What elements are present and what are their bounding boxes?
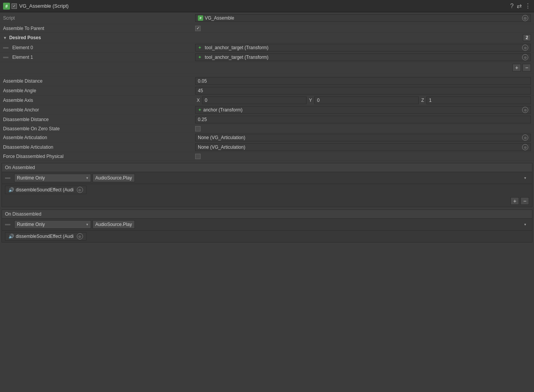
disassemble-articulation-target-btn[interactable]: ◎ (522, 144, 528, 150)
assemble-axis-value: X Y Z (195, 96, 531, 104)
on-disassembled-runtime-select[interactable]: Runtime Only (14, 220, 91, 229)
axis-x-label: X (195, 98, 201, 103)
on-assembled-remove-button[interactable]: − (521, 197, 529, 205)
disassemble-on-zero-state-checkbox[interactable] (195, 126, 201, 131)
element-0-value: tool_anchor_target (Transform) ◎ (195, 44, 531, 51)
on-disassembled-header: On Disassembled (2, 210, 532, 219)
title-bar-title: VG_Assemble (Script) (19, 3, 508, 9)
on-assembled-header: On Assembled (2, 163, 532, 172)
audio-icon-disassembled: 🔊 (8, 234, 14, 239)
assemble-articulation-row: Assemble Articulation None (VG_Articulat… (0, 133, 534, 143)
assemble-articulation-target-btn[interactable]: ◎ (522, 135, 528, 141)
title-bar-icons: # ✓ (3, 3, 17, 10)
assemble-distance-row: Assemble Distance (0, 76, 534, 86)
on-assembled-runtime-select[interactable]: Runtime Only (14, 174, 91, 182)
assemble-articulation-field: None (VG_Articulation) ◎ (195, 134, 531, 141)
disassemble-distance-row: Disassemble Distance (0, 115, 534, 125)
on-assembled-sound-text: dissembleSoundEffect (Audi (16, 187, 74, 193)
element-0-row: Element 0 tool_anchor_target (Transform)… (0, 43, 534, 53)
assemble-angle-input[interactable] (195, 87, 531, 95)
assemble-anchor-target-btn[interactable]: ◎ (522, 107, 528, 113)
script-row: Script # VG_Assemble ◎ (0, 12, 534, 24)
on-assembled-drag-handle[interactable] (5, 178, 10, 179)
assemble-anchor-text: anchor (Transform) (203, 107, 242, 113)
disassemble-distance-input[interactable] (195, 116, 531, 123)
element-1-drag-handle[interactable] (3, 57, 8, 58)
force-disassembled-physical-row: Force Disassembled Physical (0, 152, 534, 161)
assemble-angle-value (195, 87, 531, 95)
layers-icon[interactable]: ⇄ (517, 2, 522, 10)
on-disassembled-event-row: Runtime Only AudioSource.Play (2, 219, 532, 231)
desired-poses-label: Desired Poses (9, 35, 41, 40)
on-disassembled-function-wrapper: AudioSource.Play (93, 220, 529, 229)
on-assembled-add-button[interactable]: + (511, 197, 519, 205)
hash-icon: # (3, 3, 10, 10)
assemble-anchor-row: Assemble Anchor ✦ anchor (Transform) ◎ (0, 105, 534, 115)
assemble-to-parent-checkbox[interactable]: ✓ (195, 26, 201, 31)
on-disassembled-sound-target-btn[interactable]: ◎ (77, 233, 83, 239)
on-disassembled-label: On Disassembled (5, 211, 41, 217)
axis-y-label: Y (307, 98, 313, 103)
desired-poses-count: 2 (523, 34, 531, 41)
add-element-button[interactable]: + (512, 64, 521, 71)
disassemble-on-zero-state-label: Disassemble On Zero State (3, 126, 195, 131)
disassemble-articulation-row: Disassemble Articulation None (VG_Articu… (0, 143, 534, 152)
assemble-distance-input[interactable] (195, 77, 531, 85)
audio-icon-assembled: 🔊 (8, 187, 14, 193)
script-target-circle[interactable]: ◎ (522, 15, 528, 21)
disassemble-articulation-value: None (VG_Articulation) ◎ (195, 143, 531, 151)
on-disassembled-sound-text: dissembleSoundEffect (Audi (16, 234, 74, 239)
on-disassembled-runtime-wrapper: Runtime Only (14, 220, 91, 229)
title-checkbox[interactable]: ✓ (12, 3, 17, 9)
title-bar: # ✓ VG_Assemble (Script) ? ⇄ ⋮ (0, 0, 534, 12)
assemble-articulation-value: None (VG_Articulation) ◎ (195, 134, 531, 141)
assemble-to-parent-value: ✓ (195, 26, 531, 31)
disassemble-articulation-text: None (VG_Articulation) (198, 145, 245, 150)
force-disassembled-physical-checkbox[interactable] (195, 154, 201, 159)
force-disassembled-physical-value (195, 154, 531, 159)
on-assembled-add-remove-row: + − (2, 196, 532, 207)
axis-z-input[interactable] (426, 96, 531, 104)
on-assembled-function-select[interactable]: AudioSource.Play (93, 174, 135, 182)
disassemble-distance-value (195, 116, 531, 123)
disassemble-on-zero-state-row: Disassemble On Zero State (0, 125, 534, 133)
assemble-anchor-value: ✦ anchor (Transform) ◎ (195, 106, 531, 114)
element-1-transform-icon (198, 55, 203, 60)
add-remove-row: + − (0, 62, 534, 73)
on-assembled-runtime-wrapper: Runtime Only (14, 174, 91, 182)
element-0-transform-icon (198, 45, 203, 50)
help-icon[interactable]: ? (510, 3, 514, 10)
desired-poses-header[interactable]: ▼ Desired Poses 2 (0, 33, 534, 43)
on-assembled-function-wrapper: AudioSource.Play (93, 174, 529, 182)
axis-z-label: Z (420, 98, 425, 103)
axis-y-input[interactable] (314, 96, 419, 104)
axis-x-input[interactable] (202, 96, 307, 104)
assemble-angle-label: Assemble Angle (3, 88, 195, 93)
element-1-label: Element 1 (11, 55, 195, 60)
on-disassembled-sound-row: 🔊 dissembleSoundEffect (Audi ◎ (2, 231, 532, 242)
disassemble-on-zero-state-value (195, 126, 531, 131)
element-0-target-btn[interactable]: ◎ (522, 45, 528, 51)
remove-element-button[interactable]: − (522, 64, 531, 71)
assemble-axis-label: Assemble Axis (3, 98, 195, 103)
element-1-row: Element 1 tool_anchor_target (Transform)… (0, 53, 534, 62)
spacer-1 (0, 73, 534, 76)
on-assembled-event-row: Runtime Only AudioSource.Play (2, 172, 532, 184)
on-disassembled-sound-badge: 🔊 dissembleSoundEffect (Audi ◎ (5, 232, 86, 241)
element-1-target-btn[interactable]: ◎ (522, 54, 528, 60)
element-1-value: tool_anchor_target (Transform) ◎ (195, 53, 531, 61)
assemble-to-parent-row: Assemble To Parent ✓ (0, 24, 534, 33)
on-assembled-sound-target-btn[interactable]: ◎ (77, 187, 83, 193)
script-name: VG_Assemble (205, 15, 234, 21)
element-0-drag-handle[interactable] (3, 47, 8, 48)
assemble-to-parent-label: Assemble To Parent (3, 26, 195, 31)
assemble-articulation-label: Assemble Articulation (3, 135, 195, 140)
on-assembled-sound-badge: 🔊 dissembleSoundEffect (Audi ◎ (5, 186, 86, 194)
on-disassembled-function-select[interactable]: AudioSource.Play (93, 220, 135, 229)
script-hash-icon: # (198, 15, 203, 21)
on-disassembled-drag-handle[interactable] (5, 224, 10, 225)
disassemble-articulation-label: Disassemble Articulation (3, 145, 195, 150)
menu-icon[interactable]: ⋮ (525, 2, 531, 10)
assemble-axis-row: Assemble Axis X Y Z (0, 96, 534, 105)
force-disassembled-physical-label: Force Disassembled Physical (3, 154, 195, 159)
